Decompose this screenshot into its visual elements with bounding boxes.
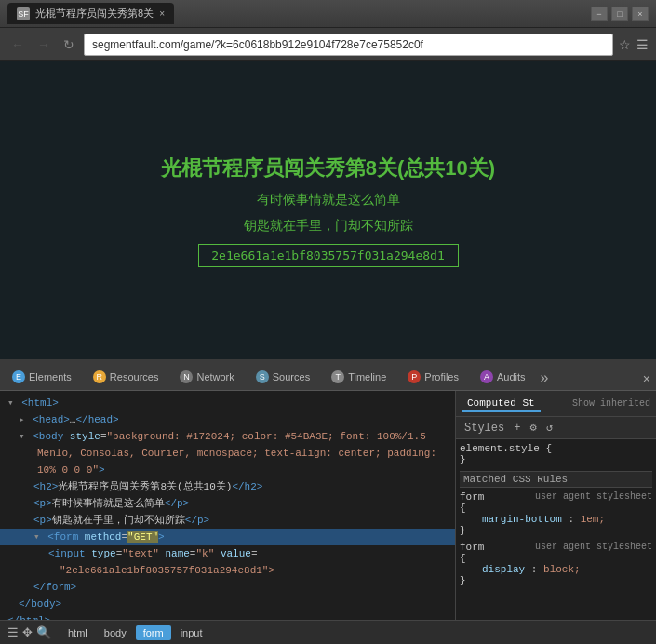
more-tabs-button[interactable]: » xyxy=(541,369,549,386)
tab-sources[interactable]: S Sources xyxy=(246,364,320,390)
tab-network[interactable]: N Network xyxy=(169,364,244,390)
matched-css-rules-header: Matched CSS Rules xyxy=(460,471,652,488)
title-bar: SF 光棍节程序员闯关秀第8关 × − □ × xyxy=(0,0,656,28)
forward-button[interactable]: → xyxy=(33,35,54,54)
minimize-button[interactable]: − xyxy=(591,7,608,21)
tab-audits[interactable]: A Audits xyxy=(470,364,536,390)
devtools-bottom-icons: ☰ ✥ 🔍 xyxy=(7,625,51,639)
tab-timeline[interactable]: T Timeline xyxy=(321,364,396,390)
tab-profiles-label: Profiles xyxy=(424,371,459,382)
tab-elements-label: Elements xyxy=(29,371,72,382)
tree-p2[interactable]: <p>钥匙就在手里，门却不知所踪</p> xyxy=(0,512,455,529)
sources-icon: S xyxy=(256,370,269,383)
profiles-icon: P xyxy=(408,370,421,383)
address-bar: ← → ↻ segmentfault.com/game/?k=6c0618bb9… xyxy=(0,28,656,61)
tree-form-close[interactable]: </form> xyxy=(0,579,455,596)
style-rule-1-brace-open: { xyxy=(460,503,652,514)
breadcrumb-bar: ☰ ✥ 🔍 html body form input xyxy=(0,620,656,644)
arrow-form: ▾ xyxy=(33,531,40,543)
style-rule-2-selector: form user agent stylesheet xyxy=(460,542,652,553)
styles-content: element.style { } Matched CSS Rules form… xyxy=(456,439,656,620)
tree-input[interactable]: <input type="text" name="k" value= xyxy=(0,545,455,562)
breadcrumb-form[interactable]: form xyxy=(136,625,171,640)
devtools-main: ▾ <html> ▸ <head>…</head> ▾ <body style=… xyxy=(0,391,656,620)
resources-icon: R xyxy=(93,370,106,383)
page-clue: 钥匙就在手里，门却不知所踪 xyxy=(244,218,413,235)
page-subtitle: 有时候事情就是这么简单 xyxy=(257,192,400,208)
tab-resources-label: Resources xyxy=(110,371,159,382)
audits-icon: A xyxy=(480,370,493,383)
tab-elements[interactable]: E Elements xyxy=(2,364,82,390)
menu-button[interactable]: ☰ xyxy=(636,37,649,52)
styles-header: Computed St Show inherited xyxy=(456,391,656,417)
tab-network-label: Network xyxy=(196,371,234,382)
elements-icon: E xyxy=(12,370,25,383)
devtools-tab-bar: E Elements R Resources N Network S Sourc… xyxy=(0,359,656,391)
tab-close-button[interactable]: × xyxy=(159,8,165,19)
timeline-icon: T xyxy=(331,370,344,383)
html-tree-panel: ▾ <html> ▸ <head>…</head> ▾ <body style=… xyxy=(0,391,456,620)
styles-toolbar-1[interactable]: Styles xyxy=(462,421,507,436)
hamburger-icon[interactable]: ☰ xyxy=(7,625,19,639)
maximize-button[interactable]: □ xyxy=(611,7,628,21)
url-text: segmentfault.com/game/?k=6c0618bb912e910… xyxy=(92,38,423,51)
window-controls: − □ × xyxy=(591,7,649,21)
element-style-block: element.style { } xyxy=(460,443,652,465)
tree-head[interactable]: ▸ <head>…</head> xyxy=(0,411,455,428)
tree-html[interactable]: ▾ <html> xyxy=(0,395,455,411)
page-key-input[interactable] xyxy=(198,244,459,267)
tab-sources-label: Sources xyxy=(273,371,310,382)
tree-body-close[interactable]: </body> xyxy=(0,596,455,612)
show-inherited-button[interactable]: Show inherited xyxy=(572,398,650,409)
style-rule-2-brace-open: { xyxy=(460,553,652,564)
tab-favicon: SF xyxy=(17,7,30,20)
page-content: 光棍节程序员闯关秀第8关(总共10关) 有时候事情就是这么简单 钥匙就在手里，门… xyxy=(0,61,656,359)
arrow-body: ▾ xyxy=(19,431,25,442)
style-rule-2-brace-close: } xyxy=(460,575,652,586)
devtools-close-button[interactable]: × xyxy=(643,371,650,386)
tab-timeline-label: Timeline xyxy=(348,371,386,382)
arrow-head: ▸ xyxy=(19,414,25,425)
back-button[interactable]: ← xyxy=(7,35,28,54)
url-input[interactable]: segmentfault.com/game/?k=6c0618bb912e910… xyxy=(84,34,613,56)
arrow-html: ▾ xyxy=(7,397,14,409)
styles-toolbar: Styles + ⚙ ↺ xyxy=(456,417,656,439)
computed-styles-tab[interactable]: Computed St xyxy=(462,396,541,412)
network-icon: N xyxy=(180,370,193,383)
page-title: 光棍节程序员闯关秀第8关(总共10关) xyxy=(161,154,495,182)
breadcrumb-input[interactable]: input xyxy=(173,625,210,640)
devtools-panel: E Elements R Resources N Network S Sourc… xyxy=(0,359,656,644)
bookmark-button[interactable]: ☆ xyxy=(619,37,631,52)
styles-panel: Computed St Show inherited Styles + ⚙ ↺ … xyxy=(456,391,656,620)
style-rule-2: form user agent stylesheet { display : b… xyxy=(460,542,652,586)
tree-form[interactable]: ▾ <form method="GET"> xyxy=(0,529,455,545)
style-rule-1-brace-close: } xyxy=(460,525,652,536)
style-rule-1-prop-1: margin-bottom : 1em; xyxy=(460,514,652,525)
style-rule-1-selector: form user agent stylesheet xyxy=(460,491,652,503)
tab-resources[interactable]: R Resources xyxy=(83,364,169,390)
tree-body-style-cont2: 10% 0 0 0"> xyxy=(0,462,455,478)
tree-body[interactable]: ▾ <body style="background: #172024; colo… xyxy=(0,428,455,445)
tab-audits-label: Audits xyxy=(497,371,526,382)
element-style-selector: element.style { xyxy=(460,443,652,454)
style-rule-2-prop-1: display : block; xyxy=(460,564,652,575)
element-style-closing-brace: } xyxy=(460,454,652,465)
breadcrumb-html[interactable]: html xyxy=(60,625,95,640)
search-icon[interactable]: 🔍 xyxy=(36,625,51,639)
crosshair-icon[interactable]: ✥ xyxy=(22,625,33,639)
styles-settings-button[interactable]: ⚙ xyxy=(527,420,539,436)
breadcrumb-body[interactable]: body xyxy=(97,625,134,640)
tree-html-close[interactable]: </html> xyxy=(0,612,455,620)
tree-body-style-cont: Menlo, Consolas, Courier, monospace; tex… xyxy=(0,445,455,462)
tab-profiles[interactable]: P Profiles xyxy=(397,364,469,390)
styles-add-button[interactable]: + xyxy=(511,421,523,436)
styles-refresh-button[interactable]: ↺ xyxy=(543,420,556,436)
tree-h2[interactable]: <h2>光棍节程序员闯关秀第8关(总共10关)</h2> xyxy=(0,478,455,495)
tree-input-val: "2ele661ale1bf8035757f031a294e8d1"> xyxy=(0,562,455,579)
style-rule-1: form user agent stylesheet { margin-bott… xyxy=(460,491,652,536)
close-button[interactable]: × xyxy=(632,7,649,21)
browser-tab[interactable]: SF 光棍节程序员闯关秀第8关 × xyxy=(7,3,174,24)
tab-title: 光棍节程序员闯关秀第8关 xyxy=(35,7,154,20)
tree-p1[interactable]: <p>有时候事情就是这么简单</p> xyxy=(0,495,455,512)
refresh-button[interactable]: ↻ xyxy=(60,35,78,54)
